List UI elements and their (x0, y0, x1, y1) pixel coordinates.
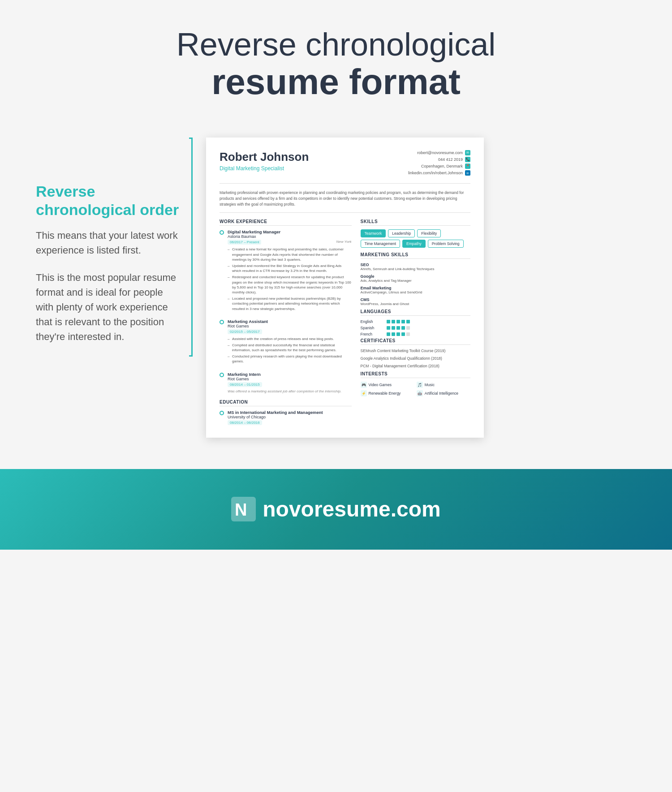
skill-teamwork: Teamwork (361, 229, 386, 237)
marketing-skill-cms-detail: WordPress, Joomla and Ghost (361, 302, 470, 306)
location-icon: 📍 (465, 164, 470, 169)
lang-spanish-name: Spanish (361, 326, 383, 330)
work-note-3: Was offered a marketing assistant job af… (228, 389, 352, 393)
work-content-3: Marketing Intern Riot Games 08/2014 – 01… (228, 372, 352, 393)
page-title-light: Reverse chronological (45, 27, 627, 62)
page-title-bold: resume format (45, 62, 627, 102)
work-dates-1: 06/2017 – Present (228, 240, 261, 245)
footer-brand-name: novoresume.com (263, 497, 440, 521)
lang-french-dots (387, 332, 410, 336)
resume-contact: robert@novoresume.com ✉ 044 412 2019 📞 C… (408, 150, 470, 177)
dot (401, 326, 405, 330)
interest-ai: 🤖 Artificial Intelligence (417, 390, 470, 396)
resume-right-column: SKILLS Teamwork Leadership Flexibility T… (361, 219, 470, 425)
dot (396, 320, 400, 323)
interests-heading: INTERESTS (361, 371, 470, 378)
skill-flexibility: Flexibility (417, 229, 441, 237)
bracket-decoration (189, 138, 193, 357)
work-company-1: Astoria Baumax (228, 234, 352, 239)
interest-label-video-games: Video Games (369, 383, 392, 387)
bullet-1-3: Redesigned and conducted keyword researc… (228, 275, 352, 295)
resume-job-title: Digital Marketing Specialist (220, 165, 309, 172)
resume-name: Robert Johnson (220, 150, 309, 164)
bullet-1-2: Updated and monitored the Bid Strategy i… (228, 263, 352, 273)
work-dates-row-3: 08/2014 – 01/2015 (228, 382, 352, 387)
dot-empty (406, 326, 410, 330)
work-title-2: Marketing Assistant (228, 319, 352, 324)
header-section: Reverse chronological resume format (0, 0, 672, 124)
svg-text:N: N (235, 500, 247, 519)
interest-renewable-energy: ⚡ Renewable Energy (361, 390, 414, 396)
dot (401, 332, 405, 336)
dot-empty (406, 332, 410, 336)
sidebar-text-1: This means that your latest work experie… (36, 228, 179, 258)
work-content-2: Marketing Assistant Riot Games 02/2015 –… (228, 319, 352, 366)
bullet-2-2: Compiled and distributed successfully th… (228, 343, 352, 353)
ai-icon: 🤖 (417, 390, 423, 396)
work-dates-row-1: 06/2017 – Present New York (228, 240, 352, 245)
work-title-3: Marketing Intern (228, 372, 352, 377)
resume-card: Robert Johnson Digital Marketing Special… (206, 138, 484, 437)
footer-section: N novoresume.com (0, 469, 672, 550)
resume-header: Robert Johnson Digital Marketing Special… (220, 150, 470, 184)
lang-spanish: Spanish (361, 326, 470, 330)
resume-columns: WORK EXPERIENCE Digital Marketing Manage… (220, 219, 470, 425)
marketing-skill-cms: CMS WordPress, Joomla and Ghost (361, 297, 470, 306)
skills-tags: Teamwork Leadership Flexibility Time Man… (361, 229, 470, 248)
certificates-heading: CERTIFICATES (361, 338, 470, 345)
lang-english-dots (387, 320, 410, 323)
lang-english: English (361, 319, 470, 324)
work-dates-3: 08/2014 – 01/2015 (228, 382, 262, 387)
marketing-skill-seo-detail: Ahrefs, Semrush and Link-building Techni… (361, 267, 470, 271)
dot (406, 320, 410, 323)
dot (392, 326, 395, 330)
interest-video-games: 🎮 Video Games (361, 382, 414, 388)
novoresume-logo-icon: N (231, 497, 256, 521)
lang-english-name: English (361, 319, 383, 324)
contact-location: Copenhagen, Denmark 📍 (408, 164, 470, 169)
interest-music: 🎵 Music (417, 382, 470, 388)
skill-problem-solving: Problem Solving (428, 240, 464, 248)
interest-label-music: Music (425, 383, 435, 387)
sidebar-heading: Reverse chronological order (36, 182, 179, 219)
marketing-skill-email-detail: ActiveCampaign, Litmus and SendGrid (361, 290, 470, 294)
marketing-skill-google-detail: Ads, Analytics and Tag Manager (361, 279, 470, 283)
cert-2: Google Analytics Individual Qualificatio… (361, 356, 470, 362)
contact-email: robert@novoresume.com ✉ (408, 150, 470, 155)
marketing-skill-seo-name: SEO (361, 263, 470, 267)
work-dates-2: 02/2015 – 05/2017 (228, 329, 262, 334)
video-games-icon: 🎮 (361, 382, 367, 388)
work-location-1: New York (336, 240, 351, 245)
work-content-1: Digital Marketing Manager Astoria Baumax… (228, 229, 352, 312)
lang-french-name: French (361, 332, 383, 336)
edu-item-1: MS in International Marketing and Manage… (220, 410, 352, 425)
work-dot-3 (220, 373, 224, 377)
edu-dot-1 (220, 411, 224, 415)
marketing-skill-cms-name: CMS (361, 297, 470, 302)
renewable-energy-icon: ⚡ (361, 390, 367, 396)
work-item-3: Marketing Intern Riot Games 08/2014 – 01… (220, 372, 352, 393)
work-dates-row-2: 02/2015 – 05/2017 (228, 329, 352, 334)
work-company-3: Riot Games (228, 377, 352, 381)
edu-school-1: University of Chicago (228, 415, 323, 419)
work-bullets-2: Assisted with the creation of press rele… (228, 336, 352, 364)
skills-heading: SKILLS (361, 219, 470, 226)
contact-phone: 044 412 2019 📞 (408, 157, 470, 162)
footer-logo: N novoresume.com (231, 497, 440, 521)
work-dot-2 (220, 320, 224, 324)
location-text: Copenhagen, Denmark (421, 164, 463, 168)
work-experience-heading: WORK EXPERIENCE (220, 219, 352, 226)
work-item-2: Marketing Assistant Riot Games 02/2015 –… (220, 319, 352, 366)
dot (396, 326, 400, 330)
resume-left-column: WORK EXPERIENCE Digital Marketing Manage… (220, 219, 352, 425)
left-sidebar: Reverse chronological order This means t… (36, 138, 179, 357)
marketing-skill-seo: SEO Ahrefs, Semrush and Link-building Te… (361, 263, 470, 271)
dot (387, 326, 390, 330)
edu-content-1: MS in International Marketing and Manage… (228, 410, 323, 425)
marketing-skill-email-name: Email Marketing (361, 286, 470, 290)
languages-heading: LANGUAGES (361, 309, 470, 316)
phone-icon: 📞 (465, 157, 470, 162)
dot (392, 320, 395, 323)
bullet-2-1: Assisted with the creation of press rele… (228, 336, 352, 341)
lang-french: French (361, 332, 470, 336)
